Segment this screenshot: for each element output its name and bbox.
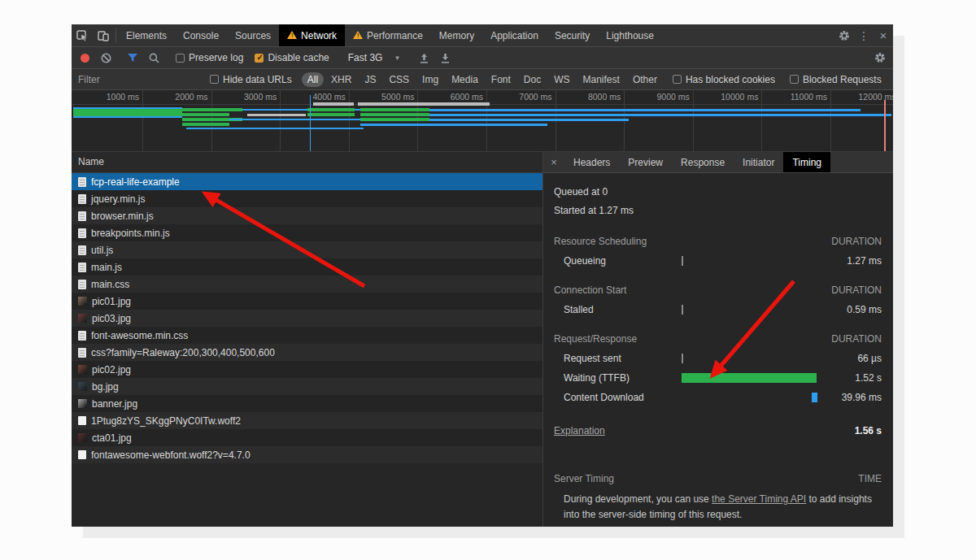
request-row[interactable]: banner.jpg: [72, 395, 542, 412]
server-timing-section: Server Timing TIME During development, y…: [543, 469, 893, 522]
export-har-icon[interactable]: [435, 49, 455, 67]
panel-tabs: ElementsConsoleSources!Network!Performan…: [118, 24, 662, 46]
tab-label: Performance: [367, 30, 423, 41]
filter-toggle-button[interactable]: [123, 49, 142, 67]
type-filter-doc[interactable]: Doc: [518, 72, 547, 87]
tab-memory[interactable]: Memory: [431, 24, 482, 46]
blocked-requests-checkbox[interactable]: Blocked Requests: [785, 74, 887, 85]
explanation-link[interactable]: Explanation: [554, 425, 605, 436]
tab-console[interactable]: Console: [175, 24, 227, 46]
timing-bar: [682, 305, 683, 315]
waterfall-bar: [186, 128, 364, 129]
tab-label: Network: [301, 30, 337, 41]
request-row[interactable]: breakpoints.min.js: [72, 224, 542, 241]
request-name: main.css: [91, 279, 129, 290]
request-row[interactable]: fontawesome-webfont.woff2?v=4.7.0: [72, 446, 542, 463]
ruler-tick-label: 7000 ms: [519, 92, 555, 102]
type-filter-manifest[interactable]: Manifest: [577, 72, 625, 87]
request-row[interactable]: browser.min.js: [72, 207, 542, 224]
warning-icon: !: [353, 31, 363, 40]
type-filter-font[interactable]: Font: [486, 72, 516, 87]
request-row[interactable]: main.js: [72, 258, 542, 276]
document-file-icon: [78, 348, 86, 358]
request-name: main.js: [91, 262, 122, 273]
tab-application[interactable]: Application: [482, 24, 547, 46]
request-row[interactable]: 1Ptug8zYS_SKggPNyC0ITw.woff2: [72, 412, 542, 429]
details-tab-headers[interactable]: Headers: [564, 152, 619, 172]
filter-input[interactable]: [78, 74, 200, 85]
request-row[interactable]: pic02.jpg: [72, 361, 542, 378]
request-row[interactable]: pic03.jpg: [72, 310, 542, 327]
throttling-dropdown[interactable]: Fast 3G ▼: [342, 52, 407, 63]
kebab-menu-icon[interactable]: ⋮: [854, 24, 874, 46]
type-filter-css[interactable]: CSS: [383, 72, 415, 87]
name-column-header[interactable]: Name: [72, 152, 542, 173]
details-tab-initiator[interactable]: Initiator: [734, 152, 783, 172]
close-devtools-icon[interactable]: ×: [874, 24, 893, 46]
timing-row-label: Waiting (TTFB): [543, 372, 682, 384]
request-row[interactable]: font-awesome.min.css: [72, 327, 542, 344]
image-file-icon: [78, 365, 87, 374]
tab-label: Elements: [126, 30, 167, 41]
waterfall-bar: [429, 114, 891, 116]
tab-lighthouse[interactable]: Lighthouse: [598, 24, 662, 46]
request-name: css?family=Raleway:200,300,400,500,600: [91, 347, 275, 358]
waterfall-bar: [360, 124, 547, 126]
network-settings-gear-icon[interactable]: [870, 49, 890, 67]
tab-network[interactable]: !Network: [279, 24, 345, 46]
tab-elements[interactable]: Elements: [118, 24, 175, 46]
timing-section-title: Request/Response: [543, 333, 831, 345]
request-row[interactable]: fcp-real-life-example: [72, 173, 542, 190]
device-toolbar-icon[interactable]: [93, 24, 114, 46]
close-details-icon[interactable]: ×: [543, 152, 564, 172]
details-tab-preview[interactable]: Preview: [619, 152, 672, 172]
inspect-element-icon[interactable]: [72, 24, 93, 46]
network-overview-waterfall[interactable]: 1000 ms2000 ms3000 ms4000 ms5000 ms6000 …: [72, 90, 893, 152]
timing-row: Waiting (TTFB)1.52 s: [543, 368, 893, 388]
font-file-icon: [78, 450, 86, 459]
clear-network-log-button[interactable]: [96, 49, 115, 67]
settings-gear-icon[interactable]: [834, 24, 854, 46]
record-network-log-button[interactable]: [75, 49, 94, 67]
details-tab-response[interactable]: Response: [672, 152, 734, 172]
has-blocked-cookies-checkbox[interactable]: Has blocked cookies: [668, 74, 780, 85]
request-row[interactable]: pic01.jpg: [72, 293, 542, 310]
image-file-icon: [78, 433, 87, 442]
type-filter-js[interactable]: JS: [359, 72, 381, 87]
request-row[interactable]: bg.jpg: [72, 378, 542, 395]
type-filter-ws[interactable]: WS: [548, 72, 575, 87]
request-row[interactable]: jquery.min.js: [72, 190, 542, 207]
details-tab-timing[interactable]: Timing: [783, 152, 830, 172]
preserve-log-checkbox[interactable]: Preserve log: [171, 52, 248, 63]
type-filter-other[interactable]: Other: [627, 72, 663, 87]
image-file-icon: [78, 382, 87, 391]
search-icon[interactable]: [144, 49, 163, 67]
disable-cache-checkbox[interactable]: Disable cache: [250, 52, 333, 63]
type-filter-xhr[interactable]: XHR: [325, 72, 357, 87]
resource-type-filters: AllXHRJSCSSImgMediaFontDocWSManifestOthe…: [302, 72, 663, 87]
document-file-icon: [78, 228, 86, 238]
request-row[interactable]: util.js: [72, 241, 542, 258]
ruler-tick-label: 11000 ms: [791, 92, 830, 102]
request-name: fontawesome-webfont.woff2?v=4.7.0: [91, 449, 251, 461]
ruler-tick-label: 5000 ms: [381, 92, 417, 102]
timing-total-value: 1.56 s: [855, 425, 893, 436]
tab-security[interactable]: Security: [547, 24, 598, 46]
type-filter-img[interactable]: Img: [416, 72, 444, 87]
tab-performance[interactable]: !Performance: [345, 24, 431, 46]
timing-bar: [812, 393, 817, 402]
timing-bar: [682, 373, 817, 383]
tab-sources[interactable]: Sources: [227, 24, 279, 46]
server-timing-api-link[interactable]: the Server Timing API: [712, 493, 806, 505]
type-filter-all[interactable]: All: [302, 72, 324, 87]
request-row[interactable]: css?family=Raleway:200,300,400,500,600: [72, 344, 542, 361]
request-row[interactable]: main.css: [72, 276, 542, 293]
request-row[interactable]: cta01.jpg: [72, 429, 542, 446]
timing-row-value: 1.52 s: [820, 372, 893, 384]
checkbox-icon: [210, 75, 219, 84]
timing-row-value: 0.59 ms: [820, 304, 893, 315]
timing-panel: Queued at 0 Started at 1.27 ms Resource …: [543, 173, 893, 527]
type-filter-media[interactable]: Media: [446, 72, 484, 87]
hide-data-urls-checkbox[interactable]: Hide data URLs: [205, 74, 297, 85]
import-har-icon[interactable]: [414, 49, 434, 67]
